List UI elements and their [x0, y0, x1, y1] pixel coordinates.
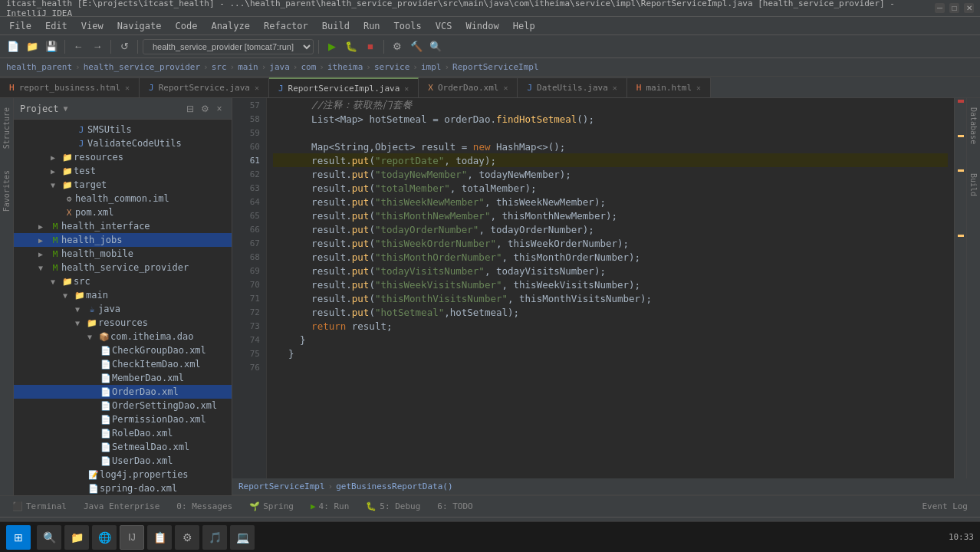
menu-run[interactable]: Run: [357, 19, 386, 33]
taskbar-cmd[interactable]: 💻: [230, 525, 255, 550]
taskbar-app1[interactable]: 📋: [147, 525, 172, 550]
stop-button[interactable]: ■: [362, 38, 379, 55]
save-button[interactable]: 💾: [43, 38, 60, 55]
tab-reportserviceimpl-java[interactable]: J ReportServiceImpl.java ✕: [269, 77, 419, 97]
minimize-button[interactable]: ─: [935, 3, 945, 13]
tree-item-pom-xml[interactable]: X pom.xml: [14, 205, 232, 219]
tree-item-health-common-iml[interactable]: ⚙ health_common.iml: [14, 192, 232, 205]
todo-tab[interactable]: 6: TODO: [429, 498, 480, 514]
database-tab[interactable]: Database: [969, 104, 978, 147]
bc-impl[interactable]: impl: [421, 62, 442, 72]
taskbar-search[interactable]: 🔍: [37, 525, 61, 550]
taskbar-explorer[interactable]: 📁: [64, 525, 89, 550]
new-file-button[interactable]: 📄: [5, 38, 21, 55]
back-button[interactable]: ←: [70, 38, 87, 55]
debug-button[interactable]: 🐛: [343, 38, 360, 55]
tab-report-business-html[interactable]: H report_business.html ✕: [0, 77, 140, 97]
bc-itheima[interactable]: itheima: [327, 62, 363, 72]
tree-item-java[interactable]: ▼ ☕ java: [14, 302, 232, 316]
project-dropdown-icon[interactable]: ▼: [64, 104, 68, 113]
tree-item-orderdao-xml[interactable]: 📄 OrderDao.xml: [14, 385, 232, 399]
hide-sidebar-button[interactable]: ×: [213, 103, 225, 115]
run-config-select[interactable]: health_service_provider [tomcat7:run]: [143, 39, 314, 54]
tree-item-userdao-xml[interactable]: 📄 UserDao.xml: [14, 454, 232, 468]
taskbar-app3[interactable]: 🎵: [202, 525, 227, 550]
tree-item-checkitemdao-xml[interactable]: 📄 CheckItemDao.xml: [14, 357, 232, 371]
close-tab-reportservice[interactable]: ✕: [255, 84, 259, 92]
menu-code[interactable]: Code: [169, 19, 204, 33]
bc-health-service-provider[interactable]: health_service_provider: [84, 62, 200, 72]
event-log-tab[interactable]: Event Log: [914, 498, 975, 514]
tree-item-src[interactable]: ▼ 📁 src: [14, 274, 232, 288]
tree-item-setmealdao-xml[interactable]: 📄 SetmealDao.xml: [14, 440, 232, 454]
menu-vcs[interactable]: VCS: [429, 19, 459, 33]
menu-navigate[interactable]: Navigate: [111, 19, 168, 33]
menu-view[interactable]: View: [75, 19, 110, 33]
tab-dateutils-java[interactable]: J DateUtils.java ✕: [518, 77, 626, 97]
java-enterprise-tab[interactable]: Java Enterprise: [76, 498, 167, 514]
terminal-tab[interactable]: ⬛ Terminal: [5, 498, 74, 514]
tree-item-health-jobs[interactable]: ▶ M health_jobs: [14, 233, 232, 247]
menu-build[interactable]: Build: [316, 19, 356, 33]
refresh-button[interactable]: ↺: [116, 38, 133, 55]
bc-java[interactable]: java: [269, 62, 290, 72]
tree-item-memberdao-xml[interactable]: 📄 MemberDao.xml: [14, 371, 232, 385]
close-tab-report-business[interactable]: ✕: [125, 84, 130, 92]
menu-refactor[interactable]: Refactor: [258, 19, 314, 33]
tree-item-target[interactable]: ▼ 📁 target: [14, 178, 232, 192]
spring-tab[interactable]: 🌱 Spring: [242, 498, 301, 514]
footer-bc-getbusinessreportdata[interactable]: getBusinessReportData(): [336, 481, 452, 491]
tree-item-spring-dao-xml[interactable]: 📄 spring-dao.xml: [14, 481, 232, 495]
structure-tab[interactable]: Structure: [2, 104, 11, 152]
menu-help[interactable]: Help: [507, 19, 541, 33]
tree-item-log4j-properties[interactable]: 📝 log4j.properties: [14, 468, 232, 481]
bc-service[interactable]: service: [374, 62, 409, 72]
taskbar-edge[interactable]: 🌐: [92, 525, 117, 550]
taskbar-intellij[interactable]: IJ: [120, 525, 144, 550]
tree-item-validatecodeutils[interactable]: J ValidateCodeUtils: [14, 136, 232, 150]
tree-item-health-interface[interactable]: ▶ M health_interface: [14, 219, 232, 233]
tree-item-com-itheima-dao[interactable]: ▼ 📦 com.itheima.dao: [14, 330, 232, 343]
window-controls[interactable]: ─ □ ✕: [935, 3, 974, 13]
close-tab-orderdao[interactable]: ✕: [503, 84, 508, 92]
bc-main[interactable]: main: [238, 62, 258, 72]
footer-bc-reportserviceimpl[interactable]: ReportServiceImpl: [238, 481, 325, 491]
search-button[interactable]: 🔍: [427, 38, 444, 55]
tab-reportservice-java[interactable]: J ReportService.java ✕: [140, 77, 269, 97]
messages-tab[interactable]: 0: Messages: [169, 498, 240, 514]
forward-button[interactable]: →: [89, 38, 106, 55]
run-tab[interactable]: ▶ 4: Run: [303, 498, 357, 514]
taskbar-app2[interactable]: ⚙: [175, 525, 199, 550]
open-button[interactable]: 📁: [24, 38, 41, 55]
start-button[interactable]: ⊞: [6, 525, 31, 550]
bc-health-parent[interactable]: health_parent: [6, 62, 72, 72]
close-tab-dateutils[interactable]: ✕: [613, 84, 617, 92]
bc-com[interactable]: com: [301, 62, 316, 72]
tree-item-roledao-xml[interactable]: 📄 RoleDao.xml: [14, 426, 232, 440]
tree-item-resources-2[interactable]: ▼ 📁 resources: [14, 316, 232, 330]
build-tab[interactable]: Build: [969, 170, 978, 199]
debug-tab[interactable]: 🐛 5: Debug: [358, 498, 428, 514]
tree-item-resources[interactable]: ▶ 📁 resources: [14, 150, 232, 164]
tree-item-permissiondao-xml[interactable]: 📄 PermissionDao.xml: [14, 412, 232, 426]
tree-item-smsutils[interactable]: J SMSUtils: [14, 123, 232, 136]
close-tab-main[interactable]: ✕: [696, 84, 701, 92]
run-button[interactable]: ▶: [324, 38, 340, 55]
tab-main-html[interactable]: H main.html ✕: [627, 77, 711, 97]
build-button[interactable]: 🔨: [408, 38, 425, 55]
favorites-tab[interactable]: Favorites: [2, 167, 11, 215]
tree-item-main[interactable]: ▼ 📁 main: [14, 288, 232, 302]
tab-orderdao-xml[interactable]: X OrderDao.xml ✕: [419, 77, 518, 97]
tree-item-health-service-provider[interactable]: ▼ M health_service_provider: [14, 261, 232, 274]
tree-item-ordersettingdao-xml[interactable]: 📄 OrderSettingDao.xml: [14, 399, 232, 412]
close-tab-reportserviceimpl[interactable]: ✕: [404, 84, 409, 93]
maximize-button[interactable]: □: [949, 3, 959, 13]
code-editor[interactable]: //注释：获取热门套餐 List<Map> hotSetmeal = order…: [267, 98, 954, 478]
bc-reportserviceimpl[interactable]: ReportServiceImpl: [452, 62, 539, 72]
menu-edit[interactable]: Edit: [39, 19, 74, 33]
close-button[interactable]: ✕: [964, 3, 974, 13]
menu-file[interactable]: File: [3, 19, 38, 33]
menu-window[interactable]: Window: [459, 19, 505, 33]
bc-src[interactable]: src: [212, 62, 227, 72]
settings-gear-icon[interactable]: ⚙: [199, 103, 211, 115]
